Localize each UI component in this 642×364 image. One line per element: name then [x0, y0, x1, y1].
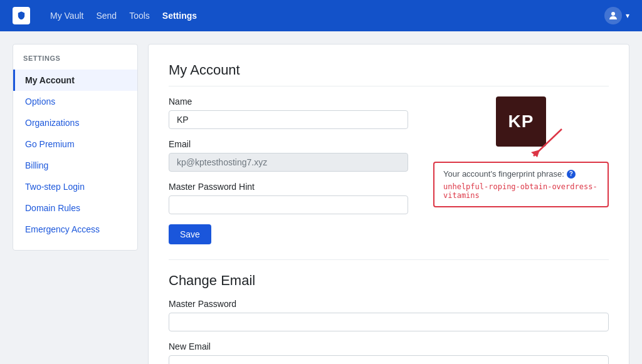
- change-email-title: Change Email: [169, 273, 609, 289]
- nav-my-vault[interactable]: My Vault: [50, 11, 83, 21]
- svg-marker-2: [531, 150, 540, 157]
- sidebar-item-go-premium[interactable]: Go Premium: [13, 133, 137, 155]
- nav-tools[interactable]: Tools: [129, 11, 150, 21]
- account-form-right: KP Your account's fingerprint phrase: ?: [433, 96, 609, 207]
- page-title: My Account: [169, 62, 609, 86]
- svg-point-0: [611, 12, 615, 16]
- sidebar-item-domain-rules[interactable]: Domain Rules: [13, 197, 137, 219]
- new-email-input[interactable]: [169, 355, 609, 364]
- account-form-grid: Name Email Master Password Hint Save KP: [169, 96, 609, 244]
- master-password-hint-input[interactable]: [169, 195, 408, 214]
- email-label: Email: [169, 139, 408, 149]
- fingerprint-box: Your account's fingerprint phrase: ? unh…: [433, 162, 609, 207]
- user-menu-chevron: ▾: [626, 11, 629, 20]
- email-input: [169, 153, 408, 172]
- account-form-left: Name Email Master Password Hint Save: [169, 96, 408, 244]
- nav-links: My Vault Send Tools Settings: [50, 11, 589, 21]
- sidebar-item-emergency-access[interactable]: Emergency Access: [13, 219, 137, 240]
- user-avatar: KP: [496, 96, 546, 147]
- user-menu[interactable]: ▾: [604, 7, 629, 24]
- email-group: Email: [169, 139, 408, 172]
- name-input[interactable]: [169, 110, 408, 129]
- sidebar-heading: SETTINGS: [13, 55, 137, 70]
- save-button[interactable]: Save: [169, 224, 211, 244]
- fingerprint-phrase: unhelpful-roping-obtain-overdress-vitami…: [443, 182, 599, 200]
- nav-send[interactable]: Send: [96, 11, 117, 21]
- change-email-master-password-input[interactable]: [169, 313, 609, 331]
- main-content: My Account Name Email Master Password Hi…: [148, 44, 629, 364]
- sidebar-item-billing[interactable]: Billing: [13, 155, 137, 176]
- page-layout: SETTINGS My Account Options Organization…: [0, 31, 642, 364]
- change-email-master-password-label: Master Password: [169, 299, 609, 309]
- name-group: Name: [169, 96, 408, 129]
- sidebar-item-options[interactable]: Options: [13, 91, 137, 112]
- user-avatar-icon: [604, 7, 622, 24]
- bitwarden-logo: [13, 7, 30, 24]
- sidebar-item-my-account[interactable]: My Account: [13, 70, 137, 91]
- sidebar-item-organizations[interactable]: Organizations: [13, 112, 137, 133]
- new-email-label: New Email: [169, 341, 609, 351]
- fingerprint-title: Your account's fingerprint phrase: ?: [443, 169, 599, 179]
- fingerprint-help-icon[interactable]: ?: [567, 170, 576, 179]
- sidebar-item-two-step-login[interactable]: Two-step Login: [13, 176, 137, 197]
- nav-settings[interactable]: Settings: [162, 11, 197, 21]
- new-email-group: New Email: [169, 341, 609, 364]
- master-password-hint-label: Master Password Hint: [169, 182, 408, 192]
- change-email-master-password-group: Master Password: [169, 299, 609, 331]
- name-label: Name: [169, 96, 408, 107]
- section-divider: [169, 259, 609, 260]
- settings-sidebar: SETTINGS My Account Options Organization…: [13, 44, 138, 251]
- master-password-hint-group: Master Password Hint: [169, 182, 408, 214]
- top-navigation: My Vault Send Tools Settings ▾: [0, 0, 642, 31]
